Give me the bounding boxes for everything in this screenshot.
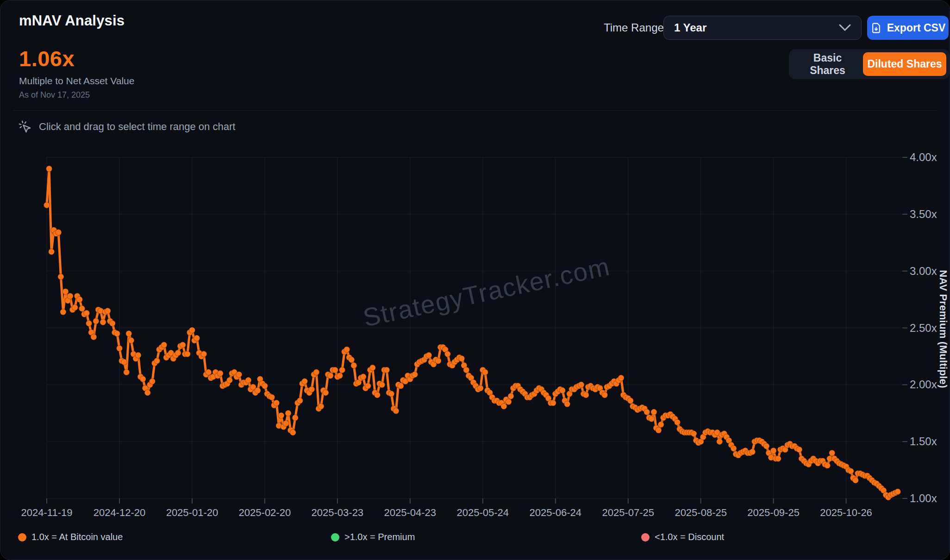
time-range-value: 1 Year — [674, 21, 706, 34]
x-tick-label: 2025-04-23 — [373, 507, 447, 519]
x-tick-label: 2025-07-25 — [591, 507, 665, 519]
x-tick-label: 2025-06-24 — [519, 507, 593, 519]
legend-dot-red — [641, 533, 650, 541]
chart-hint-text: Click and drag to select time range on c… — [39, 121, 235, 133]
chart-hint: Click and drag to select time range on c… — [18, 120, 235, 134]
y-tick-label: 1.00x — [910, 492, 950, 505]
legend-item-premium: >1.0x = Premium — [331, 532, 415, 542]
time-range-select[interactable]: 1 Year — [663, 16, 862, 40]
x-tick-label: 2025-08-25 — [664, 507, 738, 519]
y-tick-label: 3.00x — [910, 264, 950, 278]
x-tick-label: 2025-05-24 — [446, 507, 520, 519]
as-of-date: As of Nov 17, 2025 — [19, 90, 90, 100]
legend-dot-green — [331, 533, 339, 541]
x-tick-label: 2025-02-20 — [228, 507, 302, 519]
y-tick-label: 1.50x — [910, 435, 950, 448]
time-range-label: Time Range: — [604, 21, 667, 34]
share-type-toggle: Basic Shares Diluted Shares — [789, 49, 950, 79]
mnav-value-label: Multiple to Net Asset Value — [19, 75, 134, 87]
legend-item-discount: <1.0x = Discount — [641, 532, 724, 542]
legend-item-at-value: 1.0x = At Bitcoin value — [18, 532, 123, 542]
x-tick-label: 2024-11-19 — [10, 507, 84, 519]
x-tick-label: 2024-12-20 — [82, 507, 156, 519]
file-download-icon — [870, 22, 882, 34]
page-title: mNAV Analysis — [19, 12, 125, 29]
x-tick-label: 2025-01-20 — [155, 507, 229, 519]
export-csv-button[interactable]: Export CSV — [867, 16, 949, 40]
y-tick-label: 2.00x — [910, 378, 950, 392]
chart-drag-select-area[interactable] — [47, 157, 902, 498]
cursor-click-icon — [18, 120, 32, 134]
y-tick-label: 2.50x — [910, 321, 950, 335]
diluted-shares-button[interactable]: Diluted Shares — [863, 52, 946, 76]
header-divider — [13, 110, 938, 111]
mnav-analysis-card: mNAV Analysis Time Range: 1 Year Export … — [0, 0, 950, 560]
y-tick-label: 4.00x — [910, 150, 950, 164]
export-csv-label: Export CSV — [887, 22, 946, 34]
legend-dot-orange — [18, 533, 26, 541]
chevron-down-icon — [839, 24, 851, 31]
y-tick-label: 3.50x — [910, 207, 950, 221]
x-tick-label: 2025-10-26 — [809, 507, 883, 519]
legend-label: <1.0x = Discount — [655, 532, 724, 542]
mnav-value: 1.06x — [19, 46, 75, 71]
legend-label: >1.0x = Premium — [344, 532, 415, 542]
legend-label: 1.0x = At Bitcoin value — [31, 532, 123, 542]
x-tick-label: 2025-03-23 — [300, 507, 375, 519]
basic-shares-button[interactable]: Basic Shares — [792, 52, 863, 76]
x-tick-label: 2025-09-25 — [737, 507, 811, 519]
